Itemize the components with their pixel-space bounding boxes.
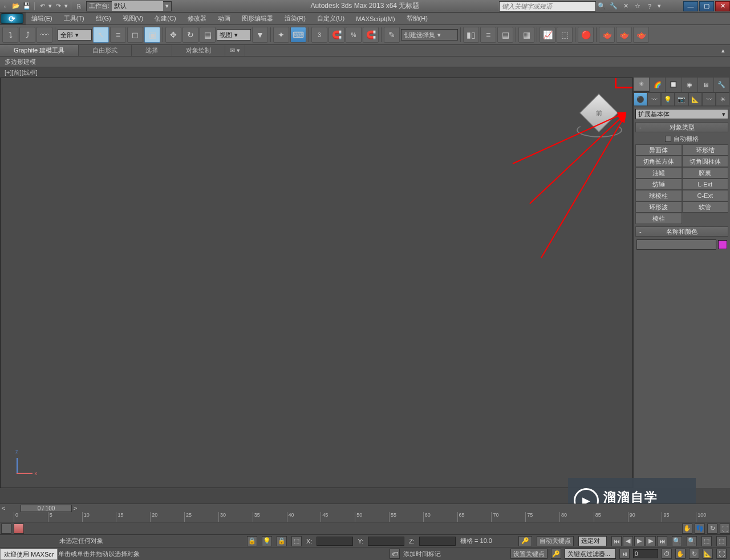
search-input[interactable] [499, 1, 596, 11]
next-frame-icon[interactable]: ▶ [646, 536, 656, 546]
obj-lext[interactable]: L-Ext [682, 178, 729, 190]
orbit2-icon[interactable]: ↻ [689, 549, 699, 559]
render-prod-icon[interactable]: 🫖 [633, 27, 649, 43]
set-key-button[interactable]: 设置关键点 [510, 549, 548, 559]
play-icon[interactable]: ▶ [634, 536, 644, 546]
create-tab-icon[interactable]: ✳ [634, 78, 650, 92]
redo-dd-icon[interactable]: ▾ [64, 1, 68, 11]
cameras-cat-icon[interactable]: 📷 [675, 92, 688, 106]
exchange-icon[interactable]: ✕ [621, 2, 630, 11]
maxscript-listener-tab[interactable]: 欢迎使用 MAXScr [0, 549, 58, 560]
coord-x-input[interactable] [317, 537, 353, 546]
goto-start-icon[interactable]: ⏮ [611, 536, 622, 546]
menu-animation[interactable]: 动画 [212, 13, 236, 25]
obj-chamfercyl[interactable]: 切角圆柱体 [682, 156, 729, 167]
manipulate-icon[interactable]: ✦ [273, 27, 289, 43]
max-toggle-icon[interactable]: ⛶ [716, 549, 727, 559]
lock-selection-icon[interactable]: 🔒 [247, 536, 257, 546]
unlink-icon[interactable]: ⤴ [19, 27, 35, 43]
align-icon[interactable]: ≡ [480, 27, 496, 43]
geometry-cat-icon[interactable]: ⚫ [634, 92, 647, 106]
menu-group[interactable]: 组(G) [90, 13, 117, 25]
object-name-input[interactable] [636, 240, 716, 250]
systems-cat-icon[interactable]: ✳ [716, 92, 729, 106]
isolate-icon[interactable]: 💡 [262, 536, 272, 546]
current-frame-spinner[interactable]: 0 [633, 549, 658, 558]
time-prev-icon[interactable]: < [0, 505, 7, 512]
autogrid-checkbox[interactable] [665, 136, 671, 142]
ribbon-tab-objectpaint[interactable]: 对象绘制 [172, 45, 225, 56]
undo-dd-icon[interactable]: ▾ [48, 1, 52, 11]
open-icon[interactable]: 📂 [11, 1, 21, 11]
ribbon-minimize-icon[interactable]: ▴ [716, 45, 730, 56]
application-button[interactable]: ⟳ [1, 13, 23, 24]
workspace-dropdown[interactable]: 工作台: 默认 ▾ [86, 1, 172, 11]
percent-snap-icon[interactable]: % [346, 27, 362, 43]
edit-named-sel-icon[interactable]: ✎ [384, 27, 400, 43]
add-time-tag[interactable]: 添加时间标记 [403, 550, 441, 558]
ribbon-tab-freeform[interactable]: 自由形式 [79, 45, 132, 56]
menu-customize[interactable]: 自定义(U) [311, 13, 350, 25]
nav-orbit-icon[interactable]: ↻ [707, 524, 717, 534]
project-icon[interactable]: ⎘ [74, 1, 84, 11]
help-dd-icon[interactable]: ▾ [657, 2, 662, 11]
rotate-icon[interactable]: ↻ [182, 27, 198, 43]
menu-edit[interactable]: 编辑(E) [26, 13, 58, 25]
help-icon[interactable]: ? [645, 2, 654, 11]
viewcube[interactable]: 前 [581, 95, 617, 131]
select-object-icon[interactable]: ↖ [93, 27, 109, 43]
time-config-goto-icon[interactable]: ⏯ [619, 549, 630, 559]
select-by-name-icon[interactable]: ≡ [110, 27, 126, 43]
ribbon-tab-ext[interactable]: ✉ ▾ [225, 45, 245, 56]
motion-tab-icon[interactable]: ◉ [682, 78, 698, 92]
selected-dd[interactable]: 选定对 [578, 536, 607, 546]
nav-walk-icon[interactable]: 👣 [695, 524, 705, 534]
autogrid-row[interactable]: 自动栅格 [635, 133, 728, 144]
track-mini-curve-icon[interactable] [14, 524, 24, 534]
select-link-icon[interactable]: ⤵ [2, 27, 18, 43]
zoom-extents-icon[interactable]: ⬚ [701, 536, 712, 546]
menu-create[interactable]: 创建(C) [149, 13, 181, 25]
object-color-swatch[interactable] [718, 240, 727, 249]
obj-cext[interactable]: C-Ext [682, 190, 729, 201]
ribbon-tab-graphite[interactable]: Graphite 建模工具 [0, 45, 79, 56]
search-icon[interactable]: 🔍 [597, 2, 606, 11]
menu-grapheditors[interactable]: 图形编辑器 [236, 13, 279, 25]
obj-oiltank[interactable]: 油罐 [635, 167, 682, 178]
goto-end-icon[interactable]: ⏭ [657, 536, 667, 546]
obj-capsule[interactable]: 胶囊 [682, 167, 729, 178]
time-tag-icon[interactable]: 🏷 [390, 549, 400, 559]
lights-cat-icon[interactable]: 💡 [661, 92, 675, 106]
schematic-view-icon[interactable]: ⬚ [557, 27, 573, 43]
track-toggle-icon[interactable] [1, 524, 11, 534]
viewport[interactable]: 前 zx [0, 78, 633, 488]
utilities-tab-icon[interactable]: 🔧 [714, 78, 730, 92]
hierarchy-tab-icon[interactable]: 🔲 [666, 78, 682, 92]
time-slider[interactable]: 0 / 100 [21, 505, 72, 512]
obj-prism[interactable]: 棱柱 [635, 213, 682, 224]
mirror-icon[interactable]: ▮▯ [463, 27, 479, 43]
display-tab-icon[interactable]: 🖥 [698, 78, 714, 92]
zoom-all-icon[interactable]: 🔍 [687, 536, 697, 546]
obj-spindle[interactable]: 纺锤 [635, 178, 682, 190]
menu-views[interactable]: 视图(V) [117, 13, 149, 25]
zoom-extents-all-icon[interactable]: ⬚ [716, 536, 727, 546]
obj-torusknot[interactable]: 环形结 [682, 144, 729, 156]
minimize-button[interactable]: — [683, 1, 698, 11]
obj-gengon[interactable]: 球棱柱 [635, 190, 682, 201]
nav-maximize-icon[interactable]: ⛶ [720, 524, 730, 534]
fov-icon[interactable]: 📐 [703, 549, 713, 559]
scale-icon[interactable]: ▤ [200, 27, 216, 43]
maximize-button[interactable]: ▢ [699, 1, 714, 11]
ribbon-subtab-polymodel[interactable]: 多边形建模 [5, 58, 36, 66]
auto-key-button[interactable]: 自动关键点 [537, 536, 574, 546]
material-editor-icon[interactable]: 🔴 [578, 27, 594, 43]
rollout-object-type[interactable]: -对象类型 [635, 122, 728, 132]
snap-toggle-icon[interactable]: 3 [311, 27, 327, 43]
coord-z-input[interactable] [419, 537, 456, 546]
prev-frame-icon[interactable]: ◀ [623, 536, 633, 546]
menu-modifiers[interactable]: 修改器 [182, 13, 212, 25]
obj-ringwave[interactable]: 环形波 [635, 201, 682, 213]
render-setup-icon[interactable]: 🫖 [599, 27, 615, 43]
close-button[interactable]: ✕ [715, 1, 730, 11]
